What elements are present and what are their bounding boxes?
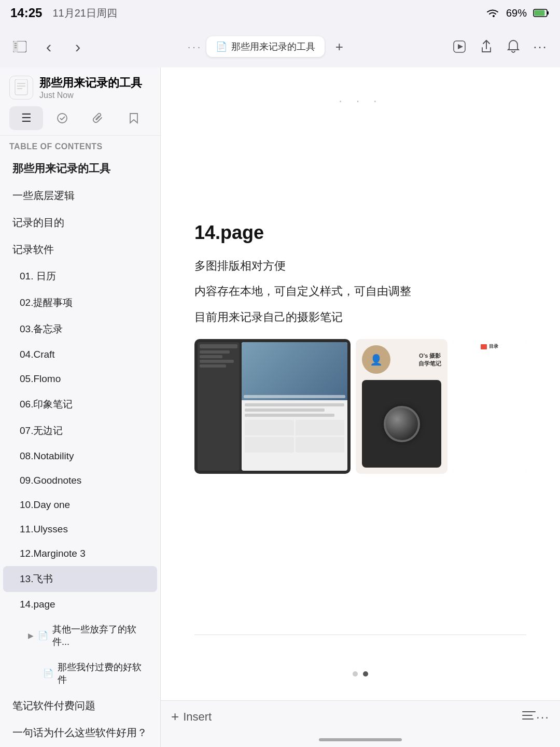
svg-point-14 <box>58 114 67 123</box>
doc-title: 那些用来记录的工具 <box>39 76 142 91</box>
svg-rect-2 <box>535 10 545 16</box>
battery-icon <box>533 8 550 18</box>
sidebar-tabs: ☰ <box>9 106 151 130</box>
svg-marker-9 <box>458 44 463 49</box>
main-layout: 那些用来记录的工具 Just Now ☰ TABLE OF CONTENTS <box>0 67 560 747</box>
section-title: 14.page <box>194 222 526 244</box>
toc-item-8[interactable]: 05.Flomo <box>3 367 157 391</box>
toc-item-6[interactable]: 03.备忘录 <box>3 316 157 342</box>
sidebar-icon <box>13 41 26 52</box>
doc-icon <box>9 76 33 100</box>
sidebar-toggle-button[interactable] <box>8 35 31 58</box>
content-dots-top: · · · <box>192 78 529 201</box>
doc-subtitle: Just Now <box>39 91 142 100</box>
insert-label: Insert <box>183 710 212 724</box>
toolbar-right: ··· <box>448 35 552 58</box>
toc-item-5[interactable]: 02.提醒事项 <box>3 290 157 316</box>
content-section: 14.page 多图排版相对方便 内容存在本地，可自定义样式，可自由调整 目前用… <box>174 206 547 666</box>
share-button[interactable] <box>475 35 498 58</box>
tab-bookmark[interactable] <box>117 106 151 130</box>
toc-label: TABLE OF CONTENTS <box>0 136 160 154</box>
new-tab-button[interactable]: + <box>329 36 349 57</box>
section-body: 多图排版相对方便 内容存在本地，可自定义样式，可自由调整 目前用来记录自己的摄影… <box>194 256 526 327</box>
play-button[interactable] <box>448 35 471 58</box>
more-icon: ··· <box>533 39 548 55</box>
status-date: 11月21日周四 <box>52 6 117 20</box>
toc-item-12[interactable]: 09.Goodnotes <box>3 469 157 492</box>
toc-item-21[interactable]: 一句话为什么这些软件好用？ <box>3 720 157 746</box>
tab-overflow-dots[interactable]: ··· <box>188 41 203 53</box>
svg-rect-1 <box>547 11 549 15</box>
insert-plus-icon: + <box>171 709 179 725</box>
tab-check[interactable] <box>45 106 79 130</box>
share-icon <box>480 39 493 54</box>
chevron-left-icon: ‹ <box>46 37 52 57</box>
page-dot-1 <box>353 671 358 676</box>
insert-bar: + Insert ··· <box>161 701 560 732</box>
bullet-3: 目前用来记录自己的摄影笔记 <box>194 307 526 327</box>
back-button[interactable]: ‹ <box>37 35 60 58</box>
toc-subitem-label: 其他一些放弃了的软件... <box>52 623 148 648</box>
menu-lines-icon <box>522 710 536 721</box>
toc-item-7[interactable]: 04.Craft <box>3 343 157 367</box>
toc-item-11[interactable]: 08.Notability <box>3 444 157 468</box>
insert-more-button[interactable]: ··· <box>536 709 550 725</box>
battery-percent: 69% <box>506 7 527 19</box>
toc-item-19[interactable]: 📄 那些我付过费的好软件 <box>3 655 157 692</box>
sidebar: 那些用来记录的工具 Just Now ☰ TABLE OF CONTENTS <box>0 67 161 747</box>
doc-info: 那些用来记录的工具 Just Now <box>9 76 151 100</box>
bell-icon <box>507 39 520 54</box>
toc-item-4[interactable]: 01. 日历 <box>3 263 157 289</box>
wifi-icon <box>485 8 500 18</box>
toc-item-2[interactable]: 记录的目的 <box>3 209 157 236</box>
status-icons: 69% <box>485 7 550 19</box>
screenshot-photo: 👤 O's 摄影 自学笔记 <box>356 339 447 474</box>
more-button[interactable]: ··· <box>529 35 552 58</box>
toc-item-18[interactable]: ▶ 📄 其他一些放弃了的软件... <box>3 617 157 654</box>
status-bar: 14:25 11月21日周四 69% <box>0 0 560 26</box>
toc-subitem-label-2: 那些我付过费的好软件 <box>58 661 148 686</box>
tab-bar: ··· 📄 那些用来记录的工具 + <box>95 36 442 57</box>
tab-attachment[interactable] <box>81 106 115 130</box>
play-icon <box>453 40 466 53</box>
home-bar <box>319 738 402 741</box>
bottom-bar: + Insert ··· <box>161 700 560 747</box>
file-icon-2: 📄 <box>43 668 53 678</box>
toc-item-17[interactable]: 14.page <box>3 593 157 616</box>
toc-item-20[interactable]: 笔记软件付费问题 <box>3 693 157 719</box>
insert-menu-icon[interactable] <box>522 710 536 724</box>
expand-arrow-icon: ▶ <box>28 631 34 640</box>
toc-item-1[interactable]: 一些底层逻辑 <box>3 182 157 209</box>
chevron-right-icon: › <box>75 37 81 57</box>
toc-item-13[interactable]: 10.Day one <box>3 493 157 517</box>
tab-list[interactable]: ☰ <box>9 106 43 130</box>
screenshot-dark <box>194 339 351 474</box>
svg-rect-4 <box>13 41 18 52</box>
svg-rect-10 <box>15 79 27 95</box>
toc-item-16[interactable]: 13.飞书 <box>3 566 157 592</box>
insert-button[interactable]: + Insert <box>171 709 522 725</box>
bullet-2: 内容存在本地，可自定义样式，可自由调整 <box>194 281 526 301</box>
image-grid: 👤 O's 摄影 自学笔记 <box>194 339 526 474</box>
file-icon: 📄 <box>38 630 48 640</box>
active-tab[interactable]: 📄 那些用来记录的工具 <box>206 36 325 57</box>
tab-title: 那些用来记录的工具 <box>231 40 315 53</box>
tab-doc-icon: 📄 <box>216 41 227 52</box>
forward-button[interactable]: › <box>66 35 89 58</box>
toc-item-9[interactable]: 06.印象笔记 <box>3 391 157 417</box>
toc-item-3[interactable]: 记录软件 <box>3 236 157 263</box>
home-indicator <box>161 732 560 747</box>
page-dot-2 <box>363 671 368 676</box>
notification-button[interactable] <box>502 35 525 58</box>
toc-item-10[interactable]: 07.无边记 <box>3 418 157 444</box>
toc-list: 那些用来记录的工具 一些底层逻辑 记录的目的 记录软件 01. 日历 02.提醒… <box>0 154 160 747</box>
browser-chrome: ‹ › ··· 📄 那些用来记录的工具 + <box>0 26 560 67</box>
toc-item-0[interactable]: 那些用来记录的工具 <box>3 155 157 182</box>
toc-item-14[interactable]: 11.Ulysses <box>3 517 157 541</box>
screenshot-list: 目录 <box>453 339 526 474</box>
content-area[interactable]: · · · 14.page 多图排版相对方便 内容存在本地，可自定义样式，可自由… <box>161 67 560 747</box>
insert-more-icon: ··· <box>536 710 550 724</box>
content-separator <box>194 635 526 635</box>
sidebar-header: 那些用来记录的工具 Just Now ☰ <box>0 67 160 136</box>
toc-item-15[interactable]: 12.Marginote 3 <box>3 542 157 566</box>
